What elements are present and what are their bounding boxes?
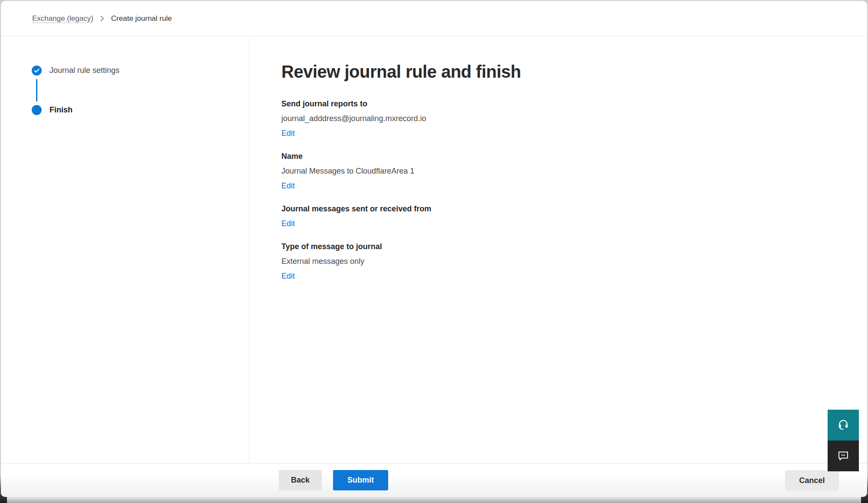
wizard-step-finish[interactable]: Finish bbox=[32, 105, 249, 115]
help-support-button[interactable] bbox=[828, 410, 859, 441]
step-connector-line bbox=[36, 79, 37, 102]
main-content: Review journal rule and finish Send jour… bbox=[250, 37, 867, 463]
page-body: Journal rule settings Finish Review jour… bbox=[1, 37, 867, 463]
window-bottom-shadow bbox=[7, 497, 861, 503]
screen: Exchange (legacy) Create journal rule bbox=[0, 0, 868, 503]
review-section: NameJournal Messages to CloudflareArea 1… bbox=[281, 152, 850, 191]
section-value: External messages only bbox=[281, 257, 850, 266]
chat-icon bbox=[837, 449, 849, 463]
section-label: Type of message to journal bbox=[281, 242, 850, 251]
section-edit-link[interactable]: Edit bbox=[281, 219, 295, 228]
section-label: Name bbox=[281, 152, 850, 161]
wizard-step-rail: Journal rule settings Finish bbox=[1, 37, 250, 463]
submit-button[interactable]: Submit bbox=[333, 470, 388, 490]
support-button-stack bbox=[828, 410, 859, 471]
headset-icon bbox=[837, 418, 849, 432]
breadcrumb-exchange-legacy[interactable]: Exchange (legacy) bbox=[32, 14, 93, 23]
section-value: journal_adddress@journaling.mxrecord.io bbox=[281, 114, 850, 123]
section-edit-link[interactable]: Edit bbox=[281, 129, 295, 138]
wizard-step-label: Finish bbox=[50, 105, 73, 115]
wizard-step-journal-rule-settings[interactable]: Journal rule settings bbox=[32, 66, 249, 76]
chevron-right-icon bbox=[100, 16, 104, 22]
footer-action-bar: Back Submit Cancel bbox=[1, 463, 867, 497]
page-title: Review journal rule and finish bbox=[281, 61, 850, 82]
wizard-step-label: Journal rule settings bbox=[50, 66, 119, 75]
back-button[interactable]: Back bbox=[279, 470, 322, 490]
admin-center-window: Exchange (legacy) Create journal rule bbox=[1, 1, 867, 497]
section-edit-link[interactable]: Edit bbox=[281, 272, 295, 281]
feedback-button[interactable] bbox=[828, 441, 859, 471]
breadcrumb: Exchange (legacy) Create journal rule bbox=[32, 14, 172, 23]
review-section: Journal messages sent or received fromEd… bbox=[281, 204, 850, 228]
section-label: Send journal reports to bbox=[281, 99, 850, 108]
review-sections: Send journal reports tojournal_adddress@… bbox=[281, 99, 850, 281]
review-section: Send journal reports tojournal_adddress@… bbox=[281, 99, 850, 138]
breadcrumb-create-journal-rule: Create journal rule bbox=[111, 14, 172, 23]
section-edit-link[interactable]: Edit bbox=[281, 181, 295, 191]
section-value: Journal Messages to CloudflareArea 1 bbox=[281, 167, 850, 176]
review-section: Type of message to journalExternal messa… bbox=[281, 242, 850, 281]
step-completed-check-icon bbox=[32, 66, 42, 76]
top-bar: Exchange (legacy) Create journal rule bbox=[1, 1, 867, 36]
step-current-dot-icon bbox=[32, 105, 42, 115]
cancel-button[interactable]: Cancel bbox=[785, 470, 839, 490]
section-label: Journal messages sent or received from bbox=[281, 204, 850, 214]
